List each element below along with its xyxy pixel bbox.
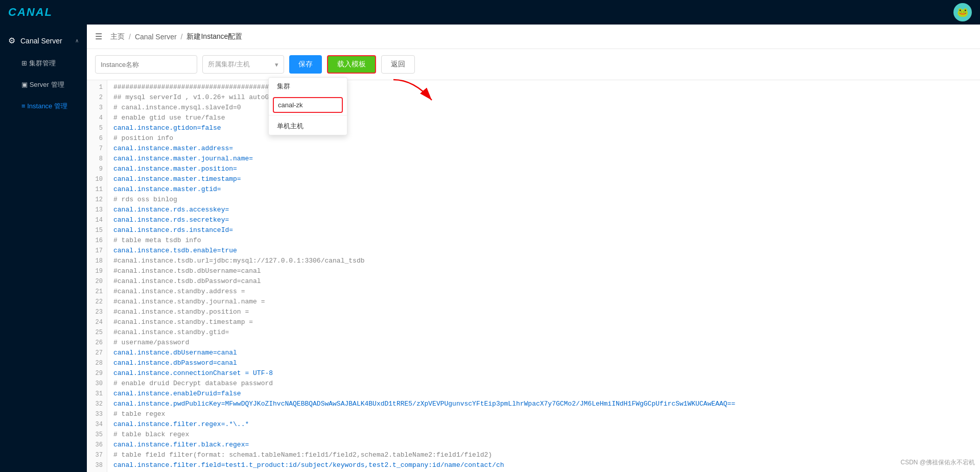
code-line: # position info	[113, 133, 980, 144]
code-line: canal.instance.master.journal.name=	[113, 154, 980, 164]
line-number: 15	[87, 225, 107, 235]
dropdown-divider	[269, 115, 347, 115]
sidebar: ⚙ Canal Server ∧ ⊞ 集群管理 ▣ Server 管理 ≡ In…	[0, 25, 87, 472]
code-line: # enable gtid use true/false	[113, 113, 980, 123]
dropdown-single-host-title: 单机主机	[269, 117, 347, 135]
code-line: #canal.instance.standby.gtid=	[113, 327, 980, 338]
line-number: 36	[87, 440, 107, 450]
cluster-select[interactable]: 所属集群/主机 ▾	[202, 55, 284, 74]
line-number: 5	[87, 123, 107, 133]
code-line: ########################################…	[113, 82, 980, 92]
breadcrumb-canal-server[interactable]: Canal Server	[135, 33, 177, 41]
logo: CANAL	[8, 6, 53, 19]
sidebar-item-server-mgmt[interactable]: ▣ Server 管理	[0, 74, 87, 96]
cluster-select-text: 所属集群/主机	[208, 60, 250, 69]
code-line: #canal.instance.standby.address =	[113, 287, 980, 297]
line-number: 20	[87, 276, 107, 287]
line-number: 19	[87, 266, 107, 276]
breadcrumb-home[interactable]: 主页	[110, 32, 125, 41]
topbar: CANAL 🐸	[0, 0, 980, 25]
line-number: 23	[87, 307, 107, 317]
code-line: #canal.instance.standby.timestamp =	[113, 317, 980, 327]
code-line: canal.instance.connectionCharset = UTF-8	[113, 368, 980, 379]
line-number: 22	[87, 297, 107, 307]
line-number: 33	[87, 409, 107, 419]
line-numbers: 1234567891011121314151617181920212223242…	[87, 80, 107, 472]
code-line: canal.instance.master.timestamp=	[113, 174, 980, 184]
toolbar: 所属集群/主机 ▾ 保存 载入模板 返回 集群 canal-zk 单机主机	[87, 49, 980, 80]
line-number: 31	[87, 389, 107, 399]
code-line: # table field filter(format: schema1.tab…	[113, 450, 980, 460]
cluster-dropdown: 集群 canal-zk 单机主机	[268, 77, 347, 135]
line-number: 21	[87, 287, 107, 297]
line-number: 27	[87, 348, 107, 358]
line-number: 35	[87, 430, 107, 440]
code-line: canal.instance.master.address=	[113, 144, 980, 154]
code-line: # table meta tsdb info	[113, 235, 980, 246]
code-line: # table black regex	[113, 430, 980, 440]
code-line: # table regex	[113, 409, 980, 419]
sidebar-item-instance-mgmt[interactable]: ≡ Instance 管理	[0, 96, 87, 117]
code-line: #canal.instance.standby.journal.name =	[113, 297, 980, 307]
sidebar-canal-server-left: ⚙ Canal Server	[8, 36, 62, 45]
back-button[interactable]: 返回	[381, 55, 415, 74]
line-number: 1	[87, 82, 107, 92]
line-number: 13	[87, 205, 107, 215]
line-number: 28	[87, 358, 107, 368]
code-line: #canal.instance.tsdb.dbUsername=canal	[113, 266, 980, 276]
line-number: 29	[87, 368, 107, 379]
code-line: canal.instance.enableDruid=false	[113, 389, 980, 399]
menu-icon[interactable]: ☰	[95, 32, 102, 41]
dropdown-cluster-title: 集群	[269, 78, 347, 95]
line-number: 30	[87, 379, 107, 389]
line-number: 12	[87, 195, 107, 205]
line-number: 11	[87, 184, 107, 195]
code-line: ## mysql serverId , v1.0.26+ will autoGe…	[113, 92, 980, 103]
code-line: canal.instance.tsdb.enable=true	[113, 246, 980, 256]
sidebar-canal-server[interactable]: ⚙ Canal Server ∧	[0, 29, 87, 53]
line-number: 25	[87, 327, 107, 338]
line-number: 9	[87, 164, 107, 174]
line-number: 18	[87, 256, 107, 266]
line-number: 38	[87, 460, 107, 470]
line-number: 14	[87, 215, 107, 225]
main-content: 所属集群/主机 ▾ 保存 载入模板 返回 集群 canal-zk 单机主机	[87, 49, 980, 472]
line-number: 16	[87, 235, 107, 246]
layout: ⚙ Canal Server ∧ ⊞ 集群管理 ▣ Server 管理 ≡ In…	[0, 25, 980, 472]
watermark: CSDN @佛祖保佑永不宕机	[900, 458, 975, 467]
template-button[interactable]: 载入模板	[327, 55, 376, 74]
dropdown-canal-zk[interactable]: canal-zk	[273, 97, 343, 113]
line-number: 10	[87, 174, 107, 184]
code-line: canal.instance.gtidon=false	[113, 123, 980, 133]
breadcrumb-sep1: /	[129, 33, 131, 41]
server-icon: ⚙	[8, 36, 15, 45]
chevron-down-icon: ▾	[275, 61, 278, 68]
cluster-mgmt-label: 集群管理	[29, 59, 56, 67]
instance-name-input[interactable]	[95, 55, 197, 74]
code-line: canal.instance.dbPassword=canal	[113, 358, 980, 368]
code-line: canal.instance.rds.instanceId=	[113, 225, 980, 235]
line-number: 8	[87, 154, 107, 164]
instance-mgmt-label: Instance 管理	[27, 102, 67, 110]
line-number: 32	[87, 399, 107, 409]
line-number: 7	[87, 144, 107, 154]
server-mgmt-icon: ▣	[21, 81, 30, 88]
code-content: ########################################…	[107, 80, 980, 472]
code-line: canal.instance.dbUsername=canal	[113, 348, 980, 358]
avatar[interactable]: 🐸	[953, 3, 972, 21]
code-line: # enable druid Decrypt database password	[113, 379, 980, 389]
code-lines: 1234567891011121314151617181920212223242…	[87, 80, 980, 472]
sidebar-canal-server-label: Canal Server	[20, 37, 62, 45]
sidebar-item-cluster-mgmt[interactable]: ⊞ 集群管理	[0, 53, 87, 74]
line-number: 17	[87, 246, 107, 256]
code-line: canal.instance.rds.accesskey=	[113, 205, 980, 215]
code-editor[interactable]: 1234567891011121314151617181920212223242…	[87, 80, 980, 472]
code-line: canal.instance.filter.regex=.*\..*	[113, 419, 980, 430]
save-button[interactable]: 保存	[289, 55, 322, 74]
line-number: 3	[87, 103, 107, 113]
cluster-mgmt-icon: ⊞	[21, 59, 29, 67]
code-line: #canal.instance.tsdb.dbPassword=canal	[113, 276, 980, 287]
line-number: 26	[87, 338, 107, 348]
server-mgmt-label: Server 管理	[30, 81, 64, 88]
code-line: canal.instance.master.gtid=	[113, 184, 980, 195]
